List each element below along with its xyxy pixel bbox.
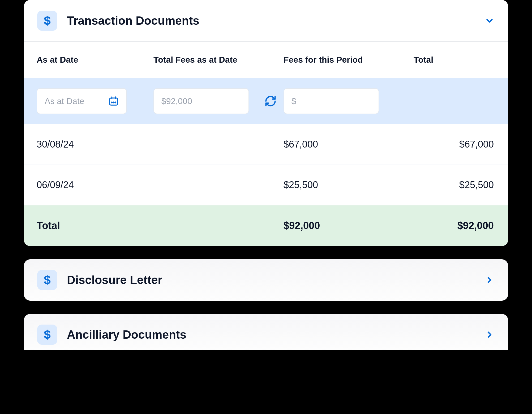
svg-point-4 — [113, 102, 114, 103]
chevron-down-icon[interactable] — [484, 15, 495, 26]
period-fee-value: $ — [291, 96, 296, 106]
total-fees-input[interactable]: $92,000 — [153, 88, 249, 114]
col-header-total: Total — [414, 55, 495, 65]
disclosure-letter-header[interactable]: $ Disclosure Letter — [24, 259, 508, 301]
period-fee-input[interactable]: $ — [284, 88, 379, 114]
row-period-fee: $25,500 — [284, 179, 414, 191]
dollar-badge: $ — [37, 270, 57, 290]
panel-title: Ancilliary Documents — [67, 328, 484, 341]
total-label: Total — [37, 220, 153, 231]
disclosure-letter-panel: $ Disclosure Letter — [24, 259, 508, 301]
chevron-right-icon[interactable] — [484, 275, 495, 285]
total-fees-value: $92,000 — [161, 96, 192, 106]
ancilliary-documents-header[interactable]: $ Ancilliary Documents — [24, 314, 508, 350]
ancilliary-documents-panel: $ Ancilliary Documents — [24, 314, 508, 350]
dollar-badge: $ — [37, 11, 57, 31]
row-date: 30/08/24 — [37, 139, 153, 150]
table-row: 30/08/24 $67,000 $67,000 — [24, 124, 508, 165]
col-header-period-fees: Fees for this Period — [284, 55, 414, 65]
table-row: 06/09/24 $25,500 $25,500 — [24, 165, 508, 205]
date-input-placeholder: As at Date — [45, 96, 84, 106]
total-row: Total $92,000 $92,000 — [24, 205, 508, 246]
svg-point-3 — [111, 102, 112, 103]
refresh-icon[interactable] — [264, 95, 277, 107]
calendar-icon — [108, 96, 119, 106]
panel-title: Transaction Documents — [67, 14, 484, 27]
col-header-date: As at Date — [37, 55, 153, 65]
dollar-icon: $ — [44, 14, 51, 28]
dollar-badge: $ — [37, 325, 57, 345]
col-header-total-fees: Total Fees as at Date — [153, 55, 284, 65]
dollar-icon: $ — [44, 327, 51, 342]
row-total: $67,000 — [414, 139, 495, 150]
row-total: $25,500 — [414, 179, 495, 191]
total-sum: $92,000 — [414, 220, 495, 231]
svg-point-5 — [115, 102, 116, 103]
dollar-icon: $ — [44, 273, 51, 287]
transaction-documents-panel: $ Transaction Documents As at Date Total… — [24, 0, 508, 246]
date-input[interactable]: As at Date — [37, 88, 127, 114]
input-row: As at Date $92,000 — [24, 78, 508, 124]
total-period-fee: $92,000 — [284, 220, 414, 231]
panel-title: Disclosure Letter — [67, 273, 484, 287]
row-date: 06/09/24 — [37, 179, 153, 191]
table-header-row: As at Date Total Fees as at Date Fees fo… — [24, 42, 508, 78]
row-period-fee: $67,000 — [284, 139, 414, 150]
chevron-right-icon[interactable] — [484, 329, 495, 340]
transaction-documents-header[interactable]: $ Transaction Documents — [24, 0, 508, 42]
